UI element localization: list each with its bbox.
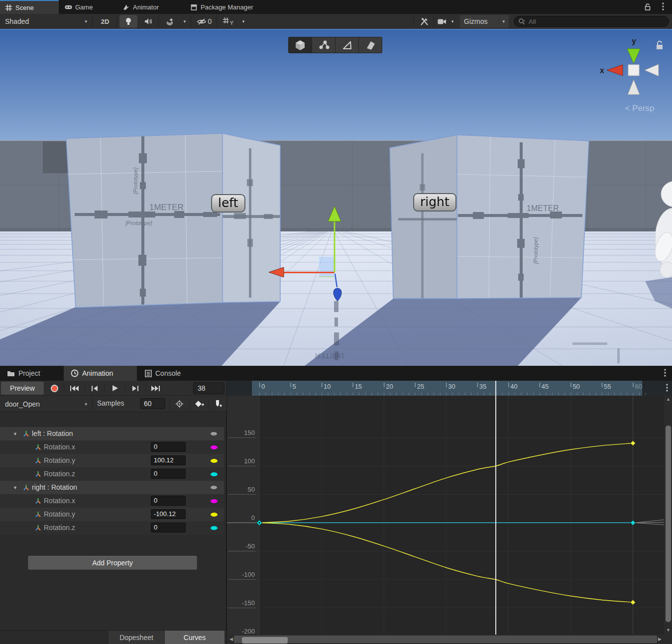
property-label: Rotation.y <box>44 510 75 518</box>
curve-color-indicator <box>211 486 217 489</box>
scroll-down-icon[interactable]: ▼ <box>664 628 672 633</box>
horizontal-scroll-track[interactable] <box>234 636 657 643</box>
effects-dropdown[interactable]: ▾ <box>179 15 190 28</box>
shading-mode-dropdown[interactable]: Shaded ▾ <box>0 14 92 29</box>
property-row[interactable]: Rotation.y-100.12 <box>0 508 224 521</box>
gizmos-dropdown[interactable]: Gizmos ▾ <box>460 15 509 28</box>
tab-game[interactable]: Game <box>60 0 98 14</box>
chevron-down-icon: ▾ <box>85 19 87 24</box>
axis-x-cone[interactable] <box>607 65 623 76</box>
gizmo-plane-handle[interactable] <box>319 257 334 277</box>
playhead-line[interactable] <box>495 381 496 635</box>
goto-first-frame-button[interactable] <box>65 382 84 395</box>
foldout-icon[interactable]: ▼ <box>13 431 17 436</box>
property-value-field[interactable]: 0 <box>151 469 186 479</box>
tab-project[interactable]: Project <box>0 366 64 381</box>
grid-axis-icon <box>223 17 230 25</box>
axis-y-cone[interactable] <box>627 49 640 64</box>
horizontal-scrollbar[interactable]: ◀ ▶ <box>227 635 664 644</box>
tab-package-manager[interactable]: Package Manager <box>185 0 258 14</box>
shading-mode-label: Shaded <box>5 17 29 25</box>
property-row[interactable]: Rotation.y100.12 <box>0 454 224 467</box>
add-keyframe-button[interactable] <box>190 397 208 411</box>
window-menu-kebab-icon[interactable] <box>660 2 666 12</box>
scene-search-input[interactable] <box>529 18 648 25</box>
tab-console[interactable]: Console <box>138 366 188 381</box>
transform-icon <box>35 498 41 504</box>
current-frame-field[interactable] <box>193 382 224 394</box>
samples-field[interactable] <box>140 398 165 409</box>
projection-mode-toggle[interactable]: < Persp <box>612 104 667 113</box>
custom-tools-button[interactable] <box>415 15 433 28</box>
property-row[interactable]: Rotation.x0 <box>0 494 224 508</box>
grid-dropdown[interactable]: ▾ <box>238 15 249 28</box>
curve-editor[interactable]: 150100500-50-100-150-200 <box>227 396 672 635</box>
add-event-button[interactable] <box>209 397 227 411</box>
property-group-row[interactable]: ▼right : Rotation <box>0 481 224 494</box>
gizmo-lock-icon[interactable] <box>657 41 663 49</box>
orientation-gizmo-svg: y x <box>600 34 672 101</box>
camera-icon <box>438 18 447 25</box>
svg-text:0: 0 <box>251 514 255 522</box>
keyframe-filter-button[interactable] <box>170 397 188 411</box>
tab-dopesheet[interactable]: Dopesheet <box>109 631 164 644</box>
axis-y-label: y <box>632 37 636 45</box>
scene-effects-button[interactable] <box>160 15 179 28</box>
vertical-scroll-thumb[interactable] <box>666 426 671 622</box>
timeline-ruler[interactable]: 051015202530354045505560 <box>227 381 672 396</box>
cube-left[interactable]: 1METER [Prototype] [Prototype] <box>66 133 280 308</box>
tab-animator[interactable]: Animator <box>117 0 164 14</box>
axis-neg-x-cone[interactable] <box>645 64 659 76</box>
property-label: Rotation.y <box>44 456 75 464</box>
overlay-cube-tool-button[interactable] <box>289 37 312 53</box>
property-value-field[interactable]: 0 <box>151 442 186 452</box>
scene-camera-button[interactable] <box>436 15 448 28</box>
axis-neg-y-cone[interactable] <box>628 80 640 95</box>
tab-scene[interactable]: Scene <box>0 0 59 14</box>
clip-dropdown[interactable]: door_Open ▾ <box>0 396 92 412</box>
property-value-field[interactable]: 0 <box>151 523 186 533</box>
vertical-scrollbar[interactable]: ▲ ▼ <box>664 396 672 635</box>
camera-dropdown[interactable]: ▾ <box>448 15 457 28</box>
tools-icon <box>420 17 429 26</box>
property-value-field[interactable]: 0 <box>151 496 186 506</box>
property-value-field[interactable]: -100.12 <box>151 509 186 519</box>
axis-center-cube[interactable] <box>628 65 639 76</box>
overlay-plane-tool-button[interactable] <box>359 37 382 53</box>
scene-toolbar: Shaded ▾ 2D ▾ 0 Y ▾ <box>0 14 672 29</box>
property-value-field[interactable]: 100.12 <box>151 455 186 465</box>
ruler-menu-kebab-icon[interactable] <box>664 383 670 393</box>
tab-animator-label: Animator <box>133 3 159 11</box>
scene-search-box[interactable] <box>514 16 669 27</box>
foldout-icon[interactable]: ▼ <box>13 485 17 490</box>
lock-icon[interactable] <box>643 2 652 11</box>
record-toggle-button[interactable] <box>46 382 63 395</box>
scene-audio-button[interactable] <box>139 15 157 28</box>
property-row[interactable]: Rotation.x0 <box>0 440 224 454</box>
toggle-2d-button[interactable]: 2D <box>95 15 115 28</box>
curve-color-indicator <box>211 526 218 530</box>
horizontal-scroll-thumb[interactable] <box>242 637 288 644</box>
play-button[interactable] <box>106 382 124 395</box>
scene-visibility-button[interactable]: 0 <box>193 15 216 28</box>
property-row[interactable]: Rotation.z0 <box>0 521 224 535</box>
preview-toggle-button[interactable]: Preview <box>1 382 44 395</box>
grid-visibility-button[interactable]: Y <box>218 15 238 28</box>
scene-viewport[interactable]: 1METER [Prototype] [Prototype] <box>0 30 672 366</box>
add-property-button[interactable]: Add Property <box>28 556 197 570</box>
overlay-nodes-tool-button[interactable] <box>312 37 335 53</box>
panel-menu-kebab-icon[interactable] <box>662 368 668 378</box>
prev-keyframe-button[interactable] <box>85 382 104 395</box>
overlay-measure-tool-button[interactable] <box>336 37 358 53</box>
scroll-up-icon[interactable]: ▲ <box>664 397 672 402</box>
scene-lighting-button[interactable] <box>119 15 137 28</box>
next-keyframe-button[interactable] <box>126 382 145 395</box>
svg-text:1METER: 1METER <box>149 203 184 212</box>
scroll-right-icon[interactable]: ▶ <box>656 637 664 642</box>
property-row[interactable]: Rotation.z0 <box>0 467 224 481</box>
tab-animation[interactable]: Animation <box>64 366 137 381</box>
goto-last-frame-button[interactable] <box>146 382 165 395</box>
property-group-row[interactable]: ▼left : Rotation <box>0 427 224 440</box>
cube-right[interactable]: 1METER [Prototype] <box>390 135 589 299</box>
tab-curves[interactable]: Curves <box>165 631 224 644</box>
